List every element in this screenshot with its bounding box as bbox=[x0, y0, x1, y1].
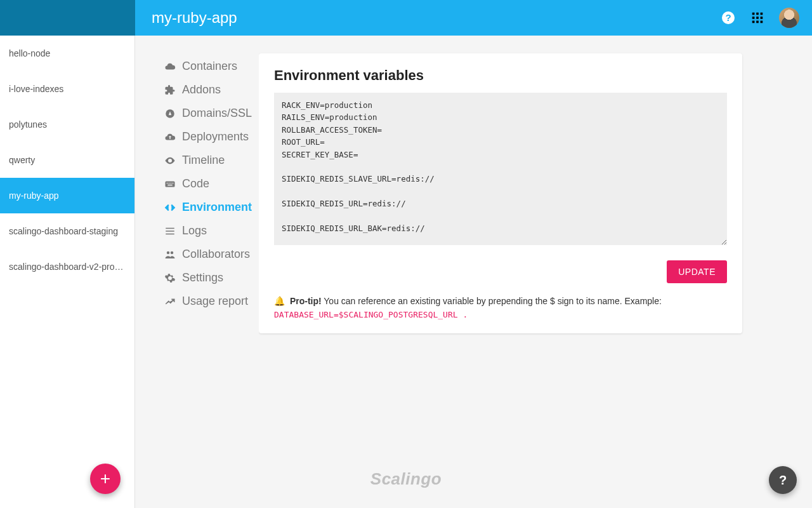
subnav-label: Containers bbox=[182, 60, 237, 73]
keyboard-icon bbox=[164, 178, 176, 190]
svg-rect-10 bbox=[761, 21, 763, 23]
apps-grid-icon[interactable] bbox=[750, 10, 765, 25]
subnav-containers[interactable]: Containers bbox=[160, 55, 259, 78]
subnav-label: Deployments bbox=[182, 130, 249, 144]
svg-text:?: ? bbox=[725, 12, 731, 23]
svg-rect-2 bbox=[752, 13, 755, 15]
update-row: UPDATE bbox=[274, 260, 727, 283]
svg-rect-15 bbox=[169, 182, 170, 184]
card-title: Environment variables bbox=[274, 67, 727, 84]
subnav-logs[interactable]: Logs bbox=[160, 219, 259, 243]
header-bar: my-ruby-app ? bbox=[0, 0, 812, 36]
update-button[interactable]: UPDATE bbox=[667, 260, 727, 283]
svg-rect-4 bbox=[761, 13, 763, 15]
subnav-label: Domains/SSL bbox=[182, 107, 252, 120]
header-content: my-ruby-app ? bbox=[135, 0, 812, 36]
svg-rect-6 bbox=[756, 17, 759, 19]
app-item[interactable]: scalingo-dashboard-staging bbox=[0, 213, 134, 249]
list-icon bbox=[164, 225, 176, 237]
main-content: Environment variables UPDATE 🔔 Pro-tip! … bbox=[259, 36, 812, 508]
svg-rect-17 bbox=[173, 182, 174, 184]
svg-rect-8 bbox=[752, 21, 755, 23]
subnav-label: Settings bbox=[182, 271, 223, 284]
compass-icon bbox=[164, 108, 176, 119]
protip-code: DATABASE_URL=$SCALINGO_POSTGRESQL_URL . bbox=[274, 310, 727, 319]
svg-rect-13 bbox=[166, 181, 175, 187]
brand-footer: Scalingo bbox=[370, 469, 442, 489]
svg-rect-5 bbox=[752, 17, 755, 19]
svg-rect-19 bbox=[166, 227, 174, 229]
app-item[interactable]: qwerty bbox=[0, 142, 134, 178]
svg-rect-16 bbox=[171, 182, 172, 184]
cloud-icon bbox=[164, 61, 176, 72]
subnav-timeline[interactable]: Timeline bbox=[160, 149, 259, 172]
app-item[interactable]: hello-node bbox=[0, 36, 134, 71]
env-variables-input[interactable] bbox=[274, 93, 727, 245]
subnav-domains[interactable]: Domains/SSL bbox=[160, 102, 259, 125]
protip-label: Pro-tip! bbox=[290, 296, 322, 306]
subnav-settings[interactable]: Settings bbox=[160, 266, 259, 290]
subnav-addons[interactable]: Addons bbox=[160, 78, 259, 102]
help-icon[interactable]: ? bbox=[721, 10, 736, 25]
bell-icon: 🔔 bbox=[274, 296, 285, 306]
protip: 🔔 Pro-tip! You can reference an existing… bbox=[274, 296, 727, 319]
gear-icon bbox=[164, 272, 176, 284]
subnav-label: Usage report bbox=[182, 295, 248, 308]
support-chat-button[interactable]: ? bbox=[769, 466, 797, 494]
app-item[interactable]: my-ruby-app bbox=[0, 178, 134, 213]
subnav-usage-report[interactable]: Usage report bbox=[160, 290, 259, 313]
svg-point-23 bbox=[171, 251, 174, 254]
header-corner bbox=[0, 0, 135, 36]
subnav-code[interactable]: Code bbox=[160, 172, 259, 196]
subnav-label: Logs bbox=[182, 224, 207, 237]
add-app-button[interactable]: + bbox=[90, 464, 121, 494]
svg-rect-9 bbox=[756, 21, 759, 23]
svg-rect-18 bbox=[167, 184, 173, 185]
svg-point-22 bbox=[167, 251, 170, 254]
cloud-upload-icon bbox=[164, 131, 176, 143]
app-list-sidebar: hello-node i-love-indexes polytunes qwer… bbox=[0, 36, 135, 508]
subnav-label: Timeline bbox=[182, 154, 225, 167]
app-item[interactable]: polytunes bbox=[0, 107, 134, 142]
svg-rect-21 bbox=[166, 233, 174, 234]
section-nav: Containers Addons Domains/SSL Deployment… bbox=[135, 36, 259, 508]
env-card: Environment variables UPDATE 🔔 Pro-tip! … bbox=[259, 53, 742, 333]
people-icon bbox=[164, 249, 176, 260]
subnav-label: Code bbox=[182, 177, 209, 190]
svg-rect-20 bbox=[166, 231, 174, 232]
svg-rect-3 bbox=[756, 13, 759, 15]
avatar[interactable] bbox=[779, 8, 799, 28]
subnav-label: Environment bbox=[182, 201, 252, 214]
app-item[interactable]: i-love-indexes bbox=[0, 71, 134, 107]
subnav-environment[interactable]: Environment bbox=[160, 196, 259, 219]
subnav-deployments[interactable]: Deployments bbox=[160, 125, 259, 149]
subnav-label: Collaborators bbox=[182, 248, 250, 261]
protip-text: You can reference an existing variable b… bbox=[322, 296, 662, 306]
app-title: my-ruby-app bbox=[152, 9, 721, 27]
chart-icon bbox=[164, 296, 176, 307]
subnav-collaborators[interactable]: Collaborators bbox=[160, 243, 259, 266]
code-brackets-icon bbox=[164, 202, 176, 213]
puzzle-icon bbox=[164, 84, 176, 96]
eye-icon bbox=[164, 155, 176, 166]
subnav-label: Addons bbox=[182, 83, 221, 97]
svg-rect-7 bbox=[761, 17, 763, 19]
svg-rect-14 bbox=[167, 182, 168, 184]
header-actions: ? bbox=[721, 8, 799, 28]
app-item[interactable]: scalingo-dashboard-v2-produ… bbox=[0, 249, 134, 284]
